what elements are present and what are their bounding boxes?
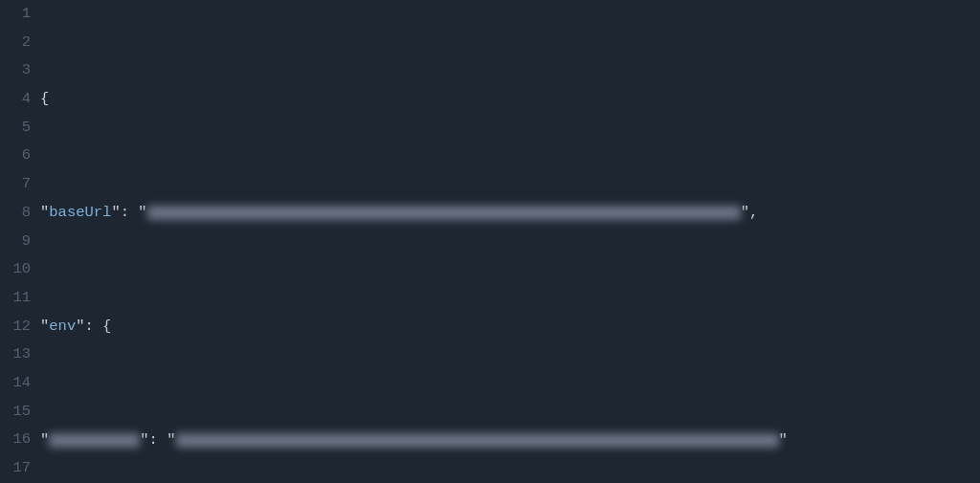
line-number: 6 [0,142,31,170]
code-line: "env": { [40,313,980,341]
line-number: 2 [0,29,31,57]
redacted-value [147,206,741,220]
line-number-gutter: 1 2 3 4 5 6 7 8 9 10 11 12 13 14 15 16 1… [0,0,40,483]
line-number: 17 [0,454,31,483]
line-number: 15 [0,398,31,427]
line-number: 1 [0,0,31,29]
code-line: "baseUrl": "", [40,199,980,228]
code-content[interactable]: { "baseUrl": "", "env": { "": "" }, "vie… [40,0,980,483]
redacted-value [176,433,779,448]
line-number: 3 [0,56,31,85]
line-number: 5 [0,114,31,143]
code-editor[interactable]: 1 2 3 4 5 6 7 8 9 10 11 12 13 14 15 16 1… [0,0,980,483]
line-number: 4 [0,85,31,114]
line-number: 11 [0,284,31,313]
line-number: 7 [0,170,31,199]
line-number: 9 [0,228,31,256]
key-baseurl: baseUrl [49,199,111,228]
line-number: 14 [0,369,31,398]
redacted-key [49,433,140,448]
code-line: { [40,85,980,114]
key-env: env [49,313,76,341]
open-brace: { [40,85,49,114]
line-number: 13 [0,340,31,369]
line-number: 12 [0,313,31,341]
line-number: 16 [0,426,31,454]
line-number: 8 [0,199,31,228]
code-line: "": "" [40,427,980,455]
line-number: 10 [0,255,31,284]
